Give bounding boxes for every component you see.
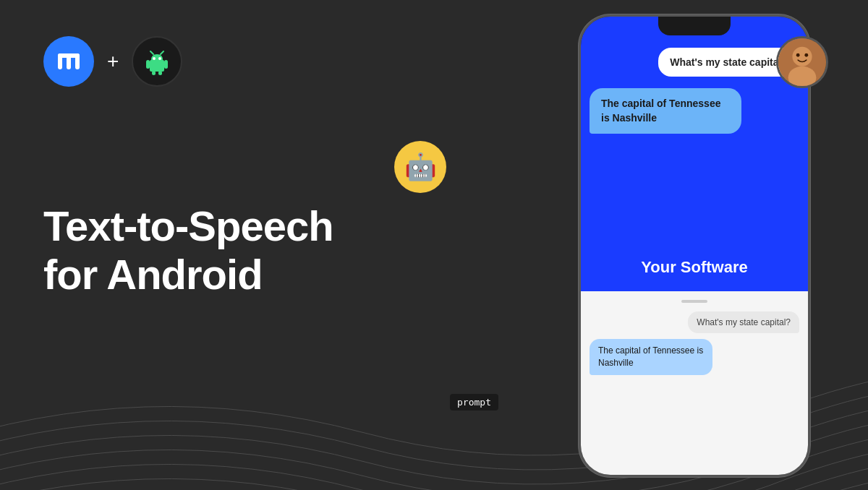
- scroll-handle: [681, 300, 707, 303]
- phone-screen-top: What's my state capital? The capital of …: [581, 17, 808, 291]
- svg-rect-11: [152, 71, 156, 75]
- svg-line-6: [150, 51, 153, 54]
- phone-screen-bottom: What's my state capital? The capital of …: [581, 291, 808, 477]
- phone-notch: [658, 17, 731, 35]
- logo-row: +: [43, 36, 405, 87]
- user-photo: [778, 38, 826, 86]
- left-section: + Text-to-Speec: [43, 36, 405, 298]
- svg-point-4: [153, 57, 156, 60]
- svg-point-5: [158, 57, 161, 60]
- svg-rect-3: [58, 53, 80, 58]
- mini-bot-bubble: The capital of Tennessee is Nashville: [590, 339, 712, 375]
- svg-rect-9: [146, 60, 150, 69]
- svg-rect-8: [150, 60, 164, 72]
- bot-chat-bubble: The capital of Tennessee is Nashville: [590, 88, 741, 134]
- phone-container: What's my state capital? The capital of …: [579, 14, 810, 477]
- plus-separator: +: [107, 50, 119, 73]
- svg-rect-10: [164, 60, 168, 69]
- svg-point-14: [792, 47, 812, 66]
- user-avatar: [776, 36, 828, 88]
- mini-user-bubble: What's my state capital?: [688, 311, 799, 333]
- svg-line-7: [161, 51, 163, 54]
- svg-rect-12: [158, 71, 162, 75]
- main-title: Text-to-Speech for Android: [43, 202, 405, 298]
- robot-avatar: 🤖: [394, 141, 446, 193]
- your-software-label: Your Software: [581, 258, 808, 291]
- svg-point-16: [796, 53, 800, 57]
- android-logo: [132, 36, 182, 87]
- svg-point-17: [804, 53, 808, 57]
- prompt-label: prompt: [450, 394, 498, 411]
- murf-logo: [43, 36, 94, 87]
- phone-frame: What's my state capital? The capital of …: [579, 14, 810, 477]
